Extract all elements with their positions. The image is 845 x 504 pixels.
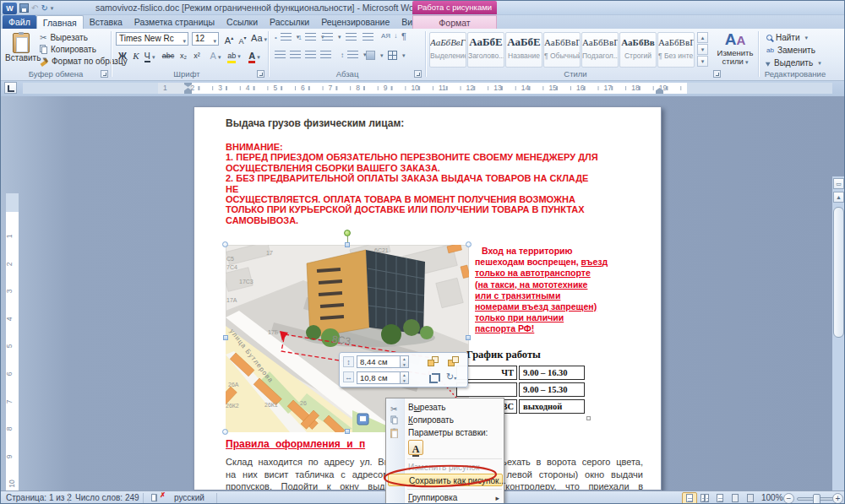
justify-button[interactable] bbox=[320, 51, 331, 59]
resize-handle-ne[interactable] bbox=[466, 241, 472, 247]
styles-dialog-launcher[interactable] bbox=[713, 70, 721, 78]
multilevel-list-button[interactable] bbox=[322, 33, 341, 41]
borders-button[interactable] bbox=[388, 51, 406, 60]
strikethrough-button[interactable]: abc bbox=[161, 50, 175, 63]
decrease-indent-button[interactable] bbox=[346, 33, 357, 41]
line-spacing-button[interactable]: ↕ bbox=[341, 51, 367, 59]
find-button[interactable]: Найти bbox=[766, 33, 808, 42]
language-indicator[interactable]: русский bbox=[174, 493, 204, 502]
shrink-font-button[interactable]: А▾ bbox=[236, 32, 249, 46]
redo-icon[interactable]: ↻ bbox=[41, 3, 47, 14]
tab-selector[interactable] bbox=[4, 82, 17, 94]
tab-mailings[interactable]: Рассылки bbox=[264, 15, 315, 29]
style-bez-intervala[interactable]: АаБбВвГ ¶ Без инте... bbox=[657, 32, 695, 68]
clipboard-dialog-launcher[interactable] bbox=[101, 70, 108, 78]
style-vydelenie[interactable]: АаБбВвГ Выделение bbox=[429, 32, 466, 68]
tab-format-contextual[interactable]: Формат bbox=[412, 15, 497, 30]
text-effects-button[interactable]: А bbox=[209, 50, 222, 63]
increase-indent-button[interactable] bbox=[363, 33, 373, 41]
font-size-combo[interactable]: 12 bbox=[192, 32, 219, 46]
vertical-scrollbar[interactable]: ▭ ▲ bbox=[832, 176, 845, 504]
height-spinner[interactable]: ▴▾ bbox=[401, 355, 409, 368]
send-backward-icon[interactable] bbox=[448, 356, 461, 367]
spellcheck-icon[interactable]: ✗ bbox=[151, 494, 164, 502]
view-outline[interactable] bbox=[728, 492, 743, 504]
tab-file[interactable]: Файл bbox=[3, 15, 36, 29]
format-painter-button[interactable]: Формат по образцу bbox=[40, 57, 128, 66]
style-zagolovok[interactable]: АаБбЕ Заголово... bbox=[467, 32, 504, 68]
width-spinner[interactable]: ▴▾ bbox=[401, 371, 409, 384]
zoom-slider[interactable] bbox=[797, 497, 834, 501]
menu-item-copy[interactable]: Копировать bbox=[386, 414, 504, 426]
resize-handle-e[interactable] bbox=[466, 335, 471, 340]
bold-button[interactable]: Ж bbox=[116, 50, 129, 63]
grow-font-button[interactable]: А▴ bbox=[222, 32, 236, 46]
resize-handle-n[interactable] bbox=[345, 242, 350, 247]
paragraph-dialog-launcher[interactable] bbox=[414, 70, 422, 78]
cut-button[interactable]: Вырезать bbox=[40, 33, 88, 42]
style-nazvanie[interactable]: АаБбЕ Название bbox=[505, 32, 542, 68]
italic-button[interactable]: К bbox=[129, 50, 143, 63]
underline-button[interactable]: Ч bbox=[143, 50, 156, 63]
view-web-layout[interactable] bbox=[712, 492, 728, 504]
tab-insert[interactable]: Вставка bbox=[84, 15, 128, 29]
crop-icon[interactable] bbox=[429, 373, 439, 382]
font-color-button[interactable]: А bbox=[248, 50, 261, 63]
select-button[interactable]: Выделить bbox=[766, 58, 821, 68]
schedule-hours-cell[interactable]: 9.00 – 16.30 bbox=[519, 366, 585, 380]
subscript-button[interactable]: x₂ bbox=[177, 50, 190, 63]
align-right-button[interactable] bbox=[305, 51, 316, 59]
resize-handle-s[interactable] bbox=[345, 429, 350, 434]
save-icon[interactable] bbox=[19, 3, 29, 13]
style-obychny[interactable]: АаБбВвГ ¶ Обычный bbox=[543, 32, 581, 68]
zoom-in-button[interactable]: + bbox=[832, 493, 843, 504]
view-draft[interactable] bbox=[743, 492, 758, 504]
style-podzagolovok[interactable]: АаБбВвГ Подзагол... bbox=[581, 32, 619, 68]
schedule-hours-cell[interactable]: выходной bbox=[519, 399, 585, 414]
ruler-toggle-button[interactable]: ▭ bbox=[833, 178, 844, 189]
width-field[interactable]: 10,8 см bbox=[357, 371, 401, 384]
show-marks-button[interactable]: ¶ bbox=[401, 31, 406, 41]
resize-handle-w[interactable] bbox=[223, 335, 228, 340]
bring-forward-icon[interactable] bbox=[428, 356, 440, 367]
view-fullscreen-reading[interactable] bbox=[697, 492, 712, 504]
font-name-combo[interactable]: Times New Rc bbox=[116, 32, 188, 46]
numbering-button[interactable]: 1 bbox=[298, 33, 324, 41]
height-field[interactable]: 8,44 см bbox=[357, 355, 401, 368]
replace-button[interactable]: ab Заменить bbox=[766, 46, 815, 55]
tab-review[interactable]: Рецензирование bbox=[315, 15, 395, 29]
change-styles-button[interactable]: АА Изменить стили bbox=[716, 31, 755, 67]
styles-scroll-down[interactable]: ▾ bbox=[697, 44, 708, 55]
copy-button[interactable]: Копировать bbox=[40, 45, 96, 54]
resize-handle-sw[interactable] bbox=[222, 429, 228, 435]
shading-button[interactable] bbox=[366, 51, 384, 60]
align-center-button[interactable] bbox=[290, 51, 301, 59]
schedule-hours-cell[interactable]: 9.00 – 15.30 bbox=[519, 382, 585, 397]
qat-dropdown-icon[interactable]: ▾ bbox=[51, 3, 54, 14]
rotate-icon[interactable]: ↻▾ bbox=[446, 371, 456, 382]
bullets-button[interactable]: • bbox=[275, 33, 299, 41]
view-print-layout[interactable] bbox=[682, 492, 697, 504]
styles-scroll-up[interactable]: ▴ bbox=[697, 32, 708, 43]
styles-gallery-more[interactable]: ▾ bbox=[697, 56, 708, 67]
page-indicator[interactable]: Страница: 1 из 2 bbox=[6, 493, 72, 502]
sort-button[interactable]: АЯ↓ bbox=[381, 32, 397, 40]
zoom-slider-thumb[interactable] bbox=[813, 494, 820, 504]
align-left-button[interactable] bbox=[275, 51, 286, 59]
change-case-button[interactable]: Аа bbox=[251, 32, 264, 46]
paste-option-keep-text[interactable]: А bbox=[408, 440, 423, 455]
superscript-button[interactable]: x² bbox=[190, 50, 204, 63]
scroll-up-button[interactable]: ▲ bbox=[833, 192, 844, 203]
menu-item-save-as-picture[interactable]: Сохранить как рисунок... bbox=[388, 474, 503, 486]
undo-icon[interactable]: ↶ bbox=[31, 3, 38, 14]
menu-item-cut[interactable]: Вырезать bbox=[386, 401, 504, 414]
tab-references[interactable]: Ссылки bbox=[221, 15, 264, 29]
resize-handle-nw[interactable] bbox=[222, 241, 228, 247]
word-logo-icon[interactable]: W bbox=[3, 3, 17, 14]
rotation-handle[interactable] bbox=[344, 230, 351, 236]
body-link[interactable]: в bbox=[638, 481, 643, 490]
word-count[interactable]: Число слов: 249 bbox=[75, 493, 139, 502]
tab-page-layout[interactable]: Разметка страницы bbox=[128, 15, 221, 29]
zoom-out-button[interactable]: − bbox=[783, 493, 794, 504]
tab-home[interactable]: Главная bbox=[36, 15, 84, 29]
